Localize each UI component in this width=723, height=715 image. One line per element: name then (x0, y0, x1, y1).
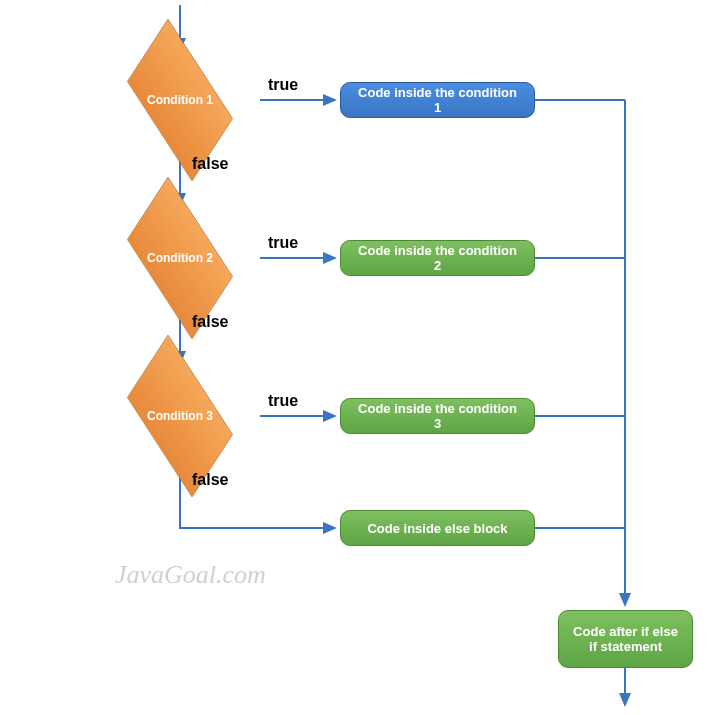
code-after-text: Code after if else if statement (573, 624, 678, 654)
condition-1-label: Condition 1 (147, 93, 213, 107)
code-condition-2-text: Code inside the condition 2 (355, 243, 520, 273)
code-condition-1-text: Code inside the condition 1 (355, 85, 520, 115)
code-else-box: Code inside else block (340, 510, 535, 546)
true-label-1: true (268, 76, 298, 94)
flowchart-canvas: Condition 1 true false Code inside the c… (0, 0, 723, 715)
false-label-1: false (192, 155, 228, 173)
false-label-3: false (192, 471, 228, 489)
code-else-text: Code inside else block (367, 521, 507, 536)
false-label-2: false (192, 313, 228, 331)
true-label-2: true (268, 234, 298, 252)
code-condition-1-box: Code inside the condition 1 (340, 82, 535, 118)
code-after-box: Code after if else if statement (558, 610, 693, 668)
true-label-3: true (268, 392, 298, 410)
condition-2-diamond: Condition 2 (100, 208, 260, 308)
condition-2-label: Condition 2 (147, 251, 213, 265)
condition-3-diamond: Condition 3 (100, 366, 260, 466)
watermark-text: JavaGoal.com (115, 560, 266, 590)
condition-1-diamond: Condition 1 (100, 50, 260, 150)
condition-3-label: Condition 3 (147, 409, 213, 423)
code-condition-2-box: Code inside the condition 2 (340, 240, 535, 276)
code-condition-3-box: Code inside the condition 3 (340, 398, 535, 434)
code-condition-3-text: Code inside the condition 3 (355, 401, 520, 431)
